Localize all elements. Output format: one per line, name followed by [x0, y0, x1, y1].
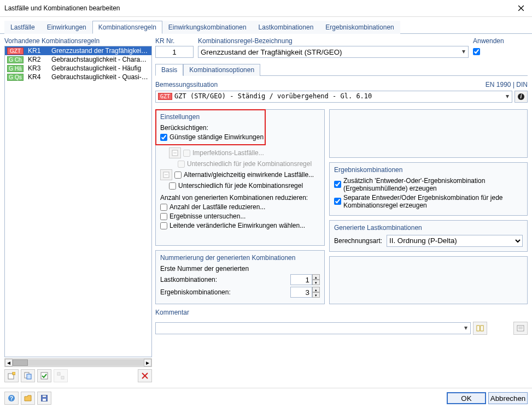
- chk-imperf-label: Imperfektions-Lastfälle...: [192, 149, 264, 157]
- tab-lastkombinationen[interactable]: Lastkombinationen: [253, 21, 320, 34]
- rule-desc: Gebrauchstauglichkeit - Quasi-ständig: [51, 73, 149, 81]
- ok-button[interactable]: OK: [447, 392, 486, 404]
- lastkomb-input[interactable]: [290, 274, 312, 285]
- chk-alt-diff[interactable]: [169, 182, 176, 190]
- calc-label: Berechnungsart:: [334, 237, 382, 245]
- svg-text:?: ?: [10, 395, 13, 401]
- scroll-right-icon[interactable]: ▸: [144, 359, 151, 366]
- tab-lastfaelle[interactable]: Lastfälle: [4, 21, 41, 34]
- svg-rect-5: [27, 374, 31, 379]
- rule-desc: Gebrauchstauglichkeit - Häufig: [51, 64, 141, 72]
- spin-down[interactable]: ▾: [312, 280, 320, 285]
- help-button[interactable]: ?: [4, 392, 19, 405]
- apply-checkbox[interactable]: [473, 48, 480, 55]
- svg-rect-18: [481, 326, 483, 331]
- spin-up[interactable]: ▴: [312, 274, 320, 280]
- svg-rect-7: [57, 372, 60, 375]
- calc-select[interactable]: II. Ordnung (P-Delta): [387, 235, 523, 247]
- delete-rule-button[interactable]: [138, 369, 152, 382]
- edit-imperf-button[interactable]: [169, 147, 181, 158]
- rules-list[interactable]: GZT KR1 Grenzzustand der Tragfähigkeit (…: [4, 46, 152, 357]
- apply-label: Anwenden: [473, 37, 528, 45]
- ergebkomb-label: Ergebniskombinationen:: [160, 288, 231, 296]
- svg-rect-8: [61, 376, 64, 379]
- settings-title: Einstellungen: [160, 113, 320, 121]
- preview-area: [329, 109, 528, 158]
- tab-einwirkungen[interactable]: Einwirkungen: [41, 21, 92, 34]
- spin-down[interactable]: ▾: [312, 292, 320, 298]
- result-combos-title: Ergebniskombinationen: [334, 166, 523, 174]
- chk-imperf-diff: [178, 161, 185, 168]
- copy-rule-button[interactable]: [21, 369, 35, 382]
- reduce-label: Anzahl von generierten Kombinationen red…: [160, 194, 320, 202]
- chk-favorable[interactable]: [160, 134, 167, 141]
- svg-rect-19: [517, 326, 524, 331]
- comment-pick-button[interactable]: [473, 322, 487, 335]
- link-rule-button: [54, 369, 68, 382]
- chk-results-label: Ergebnisse untersuchen...: [169, 212, 245, 220]
- svg-rect-25: [43, 399, 46, 401]
- comment-edit-button[interactable]: [513, 322, 528, 335]
- svg-rect-17: [477, 326, 480, 331]
- rule-desc: Grenzzustand der Tragfähigkeit (STR/G: [51, 47, 149, 55]
- rule-row-kr2[interactable]: G Ch KR2 Gebrauchstauglichkeit - Charakt…: [5, 55, 151, 64]
- hscrollbar[interactable]: ◂ ▸: [4, 358, 152, 367]
- edit-alt-button[interactable]: [160, 169, 172, 180]
- rule-row-kr1[interactable]: GZT KR1 Grenzzustand der Tragfähigkeit (…: [5, 46, 151, 55]
- bemessung-select[interactable]: GZTGZT (STR/GEO) - Ständig / vorübergehe…: [155, 91, 512, 103]
- chk-leading[interactable]: [160, 222, 167, 229]
- badge-gzt: GZT: [7, 48, 24, 55]
- rule-row-kr3[interactable]: G Hä KR3 Gebrauchstauglichkeit - Häufig: [5, 64, 151, 73]
- rule-row-kr4[interactable]: G Qs KR4 Gebrauchstauglichkeit - Quasi-s…: [5, 73, 151, 81]
- chk-either-or[interactable]: [334, 181, 341, 188]
- check-rule-button[interactable]: [37, 369, 51, 382]
- numbering-first-label: Erste Nummer der generierten: [160, 265, 320, 273]
- close-button[interactable]: [515, 3, 528, 13]
- comment-input[interactable]: [155, 322, 471, 334]
- dialog-title: Lastfälle und Kombinationen bearbeiten: [4, 4, 120, 12]
- bemessung-norm: EN 1990 | DIN: [486, 81, 528, 88]
- info-button[interactable]: i: [515, 91, 528, 103]
- inner-tab-kombinationsoptionen[interactable]: Kombinationsoptionen: [183, 64, 260, 76]
- kr-nr-label: KR Nr.: [155, 37, 194, 45]
- kr-nr-input[interactable]: [155, 46, 194, 58]
- tab-ergebniskombinationen[interactable]: Ergebniskombinationen: [319, 21, 400, 34]
- chk-imperf: [183, 150, 190, 157]
- ergebkomb-input[interactable]: [290, 287, 312, 298]
- cancel-button[interactable]: Abbrechen: [488, 392, 528, 404]
- inner-tab-basis[interactable]: Basis: [155, 64, 183, 76]
- chk-separate[interactable]: [334, 198, 341, 205]
- chk-leading-label: Leitende veränderliche Einwirkungen wähl…: [169, 222, 305, 229]
- tab-kombinationsregeln[interactable]: Kombinationsregeln: [92, 21, 162, 34]
- rule-name: KR3: [28, 64, 47, 72]
- tab-einwirkungskombinationen[interactable]: Einwirkungskombinationen: [162, 21, 253, 34]
- bez-select[interactable]: Grenzzustand der Tragfähigkeit (STR/GEO): [198, 46, 469, 58]
- comment-label: Kommentar: [155, 309, 528, 316]
- spin-up[interactable]: ▴: [312, 287, 320, 292]
- bottom-preview: [329, 256, 528, 305]
- chk-reduce-cases[interactable]: [160, 204, 167, 211]
- svg-rect-3: [13, 372, 15, 375]
- scroll-left-icon[interactable]: ◂: [5, 359, 13, 366]
- bemessung-badge: GZT: [158, 93, 172, 100]
- rules-heading: Vorhandene Kombinationsregeln: [4, 37, 152, 45]
- consider-label: Berücksichtigen:: [160, 124, 320, 132]
- chk-reduce-cases-label: Anzahl der Lastfälle reduzieren...: [169, 203, 265, 211]
- save-button[interactable]: [37, 392, 51, 405]
- bez-label: Kombinationsregel-Bezeichnung: [198, 37, 469, 45]
- chk-alt[interactable]: [174, 172, 182, 179]
- chk-imperf-diff-label: Unterschiedlich für jede Kombinationsreg…: [187, 160, 312, 168]
- rule-name: KR2: [28, 56, 47, 63]
- chk-separate-label: Separate Entweder/Oder Ergebniskombinati…: [343, 194, 523, 209]
- rule-name: KR1: [28, 47, 47, 55]
- chk-favorable-label: Günstige ständige Einwirkungen: [169, 133, 264, 141]
- chk-alt-diff-label: Unterschiedlich für jede Kombinationsreg…: [178, 182, 303, 190]
- chk-results[interactable]: [160, 213, 167, 220]
- rule-desc: Gebrauchstauglichkeit - Charakteristisc: [51, 56, 149, 63]
- rule-name: KR4: [28, 73, 47, 81]
- new-rule-button[interactable]: [4, 369, 19, 382]
- svg-text:i: i: [521, 93, 522, 99]
- gen-combos-title: Generierte Lastkombinationen: [334, 224, 523, 232]
- open-button[interactable]: [21, 392, 35, 405]
- numbering-title: Nummerierung der generierten Kombination…: [160, 254, 320, 262]
